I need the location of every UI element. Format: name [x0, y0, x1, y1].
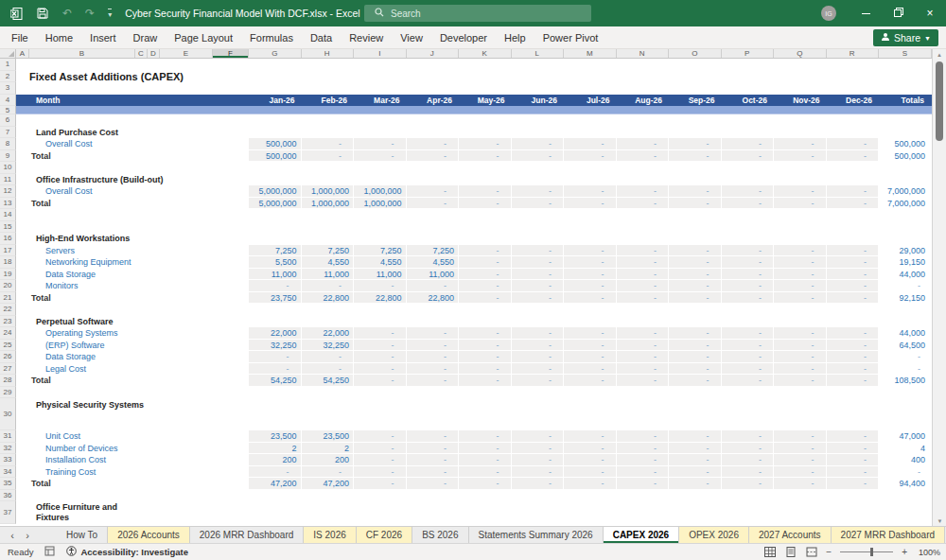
item-label-number-of-devices[interactable]: Number of Devices [16, 443, 249, 455]
data-cell[interactable]: 22,800 [354, 292, 407, 305]
row-number-21[interactable]: 21 [0, 292, 16, 305]
data-cell[interactable]: - [617, 454, 670, 466]
data-cell[interactable]: - [617, 138, 670, 150]
ribbon-tab-file[interactable]: File [0, 26, 37, 49]
data-cell[interactable]: - [512, 269, 565, 281]
data-cell[interactable]: - [669, 256, 722, 269]
data-cell[interactable]: 7,250 [354, 245, 407, 257]
sheet-tab-how-to[interactable]: How To [57, 527, 108, 543]
row-number-7[interactable]: 7 [0, 127, 16, 139]
vertical-scrollbar[interactable]: ▲ ▼ [932, 49, 946, 526]
data-cell[interactable]: - [827, 292, 880, 305]
data-cell[interactable]: - [617, 245, 670, 257]
data-cell[interactable]: - [564, 466, 617, 479]
row-number-23[interactable]: 23 [0, 316, 16, 328]
undo-icon[interactable]: ↶ [62, 7, 72, 20]
row-number-28[interactable]: 28 [0, 375, 16, 387]
data-cell[interactable]: - [407, 454, 460, 466]
item-label-networking-equipment[interactable]: Networking Equipment [16, 256, 249, 269]
data-cell[interactable]: - [512, 478, 565, 490]
data-cell[interactable]: - [407, 327, 460, 340]
data-cell[interactable]: - [407, 466, 460, 479]
row-number-25[interactable]: 25 [0, 340, 16, 352]
data-cell[interactable]: - [774, 269, 827, 281]
column-header-B[interactable]: B [29, 49, 135, 58]
row-number-37[interactable]: 37 [0, 501, 16, 524]
ribbon-tab-view[interactable]: View [392, 26, 431, 49]
data-cell[interactable]: 5,500 [249, 256, 302, 269]
data-cell[interactable]: - [512, 454, 565, 466]
ribbon-tab-formulas[interactable]: Formulas [241, 26, 302, 49]
totals-cell[interactable]: 44,000 [879, 327, 932, 340]
data-cell[interactable]: - [827, 256, 880, 269]
row-number-9[interactable]: 9 [0, 150, 16, 163]
data-cell[interactable]: - [617, 256, 670, 269]
search-input[interactable]: Search [364, 5, 591, 22]
data-cell[interactable]: - [407, 340, 460, 352]
data-cell[interactable]: - [617, 466, 670, 479]
data-cell[interactable]: - [774, 150, 827, 163]
data-cell[interactable]: - [459, 292, 512, 305]
data-cell[interactable]: - [459, 430, 512, 443]
sheet-title-cell[interactable]: Fixed Asset Additions (CAPEX) [16, 71, 249, 83]
row-number-27[interactable]: 27 [0, 363, 16, 376]
totals-cell[interactable]: 108,500 [879, 375, 932, 387]
column-header-S[interactable]: S [879, 49, 932, 58]
totals-cell[interactable]: 47,000 [879, 430, 932, 443]
row-number-8[interactable]: 8 [0, 138, 16, 150]
totals-cell[interactable]: 44,000 [879, 269, 932, 281]
data-cell[interactable]: - [354, 363, 407, 376]
data-cell[interactable]: - [617, 280, 670, 292]
data-cell[interactable]: - [617, 351, 670, 363]
data-cell[interactable]: - [722, 292, 775, 305]
data-cell[interactable]: - [617, 150, 670, 163]
sheet-tab-cf-2026[interactable]: CF 2026 [357, 527, 412, 543]
month-header-cell-feb-26[interactable]: Feb-26 [302, 95, 355, 107]
ribbon-tab-developer[interactable]: Developer [431, 26, 496, 49]
data-cell[interactable]: - [564, 430, 617, 443]
column-header-F[interactable]: F [213, 49, 249, 58]
data-cell[interactable]: 1,000,000 [302, 185, 355, 198]
row-number-2[interactable]: 2 [0, 71, 16, 83]
data-cell[interactable]: - [407, 443, 460, 455]
column-header-Q[interactable]: Q [774, 49, 827, 58]
data-cell[interactable]: 22,000 [302, 327, 355, 340]
row-number-22[interactable]: 22 [0, 304, 16, 316]
data-cell[interactable]: - [564, 280, 617, 292]
data-cell[interactable]: - [669, 443, 722, 455]
row-number-26[interactable]: 26 [0, 351, 16, 363]
data-cell[interactable]: - [722, 138, 775, 150]
data-cell[interactable]: - [774, 340, 827, 352]
ribbon-tab-power-pivot[interactable]: Power Pivot [534, 26, 607, 49]
data-cell[interactable]: - [459, 280, 512, 292]
item-label-data-storage[interactable]: Data Storage [16, 351, 249, 363]
data-cell[interactable]: - [827, 150, 880, 163]
section-label-physical-security-systems[interactable]: Physical Security Systems [16, 398, 249, 430]
data-cell[interactable]: - [354, 280, 407, 292]
data-cell[interactable]: 5,000,000 [249, 198, 302, 210]
data-cell[interactable]: 11,000 [249, 269, 302, 281]
item-label-operating-systems[interactable]: Operating Systems [16, 327, 249, 340]
month-header-cell-aug-26[interactable]: Aug-26 [617, 95, 670, 107]
data-cell[interactable]: - [512, 375, 565, 387]
data-cell[interactable]: - [564, 478, 617, 490]
data-cell[interactable]: - [722, 466, 775, 479]
row-number-6[interactable]: 6 [0, 114, 16, 127]
data-cell[interactable]: 32,250 [302, 340, 355, 352]
save-icon[interactable] [36, 7, 49, 20]
data-cell[interactable]: - [459, 443, 512, 455]
data-cell[interactable]: 2 [249, 443, 302, 455]
column-header-H[interactable]: H [302, 49, 355, 58]
data-cell[interactable]: - [669, 478, 722, 490]
row-number-32[interactable]: 32 [0, 443, 16, 455]
data-cell[interactable]: - [617, 478, 670, 490]
data-cell[interactable]: - [459, 150, 512, 163]
data-cell[interactable]: - [669, 327, 722, 340]
data-cell[interactable]: - [459, 478, 512, 490]
data-cell[interactable]: - [669, 340, 722, 352]
row-number-4[interactable]: 4 [0, 95, 16, 107]
data-cell[interactable]: - [354, 375, 407, 387]
ribbon-tab-page-layout[interactable]: Page Layout [166, 26, 241, 49]
data-cell[interactable]: - [669, 363, 722, 376]
data-cell[interactable]: - [512, 340, 565, 352]
